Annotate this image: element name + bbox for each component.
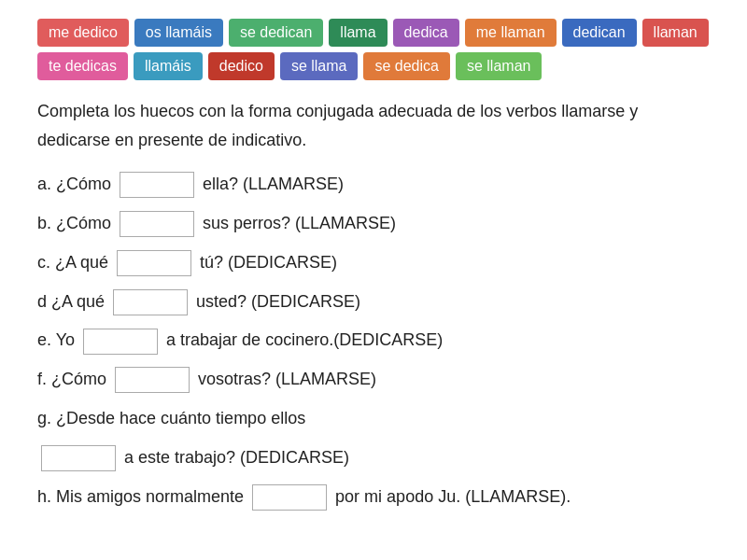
word-chip-w7[interactable]: dedican xyxy=(562,19,637,47)
sentence-after-g2: a este trabajo? (DEDICARSE) xyxy=(120,448,349,467)
sentence-before-f: f. ¿Cómo xyxy=(37,370,111,388)
word-chip-w10[interactable]: llamáis xyxy=(134,52,203,80)
word-chip-w14[interactable]: se llaman xyxy=(456,52,542,80)
word-chip-w6[interactable]: me llaman xyxy=(465,19,557,47)
sentence-before-e: e. Yo xyxy=(37,330,79,349)
word-chip-w13[interactable]: se dedica xyxy=(363,52,450,80)
sentence-after-d: usted? (DEDICARSE) xyxy=(191,292,360,311)
word-chip-w8[interactable]: llaman xyxy=(642,19,709,47)
sentence-after-h: por mi apodo Ju. (LLAMARSE). xyxy=(331,487,571,506)
blank-d[interactable] xyxy=(113,289,188,315)
word-chip-w4[interactable]: llama xyxy=(329,19,387,47)
sentence-g1: g. ¿Desde hace cuánto tiempo ellos xyxy=(37,401,710,437)
instructions: Completa los huecos con la forma conjuga… xyxy=(37,97,710,154)
sentence-g2: a este trabajo? (DEDICARSE) xyxy=(37,441,710,476)
sentence-after-b: sus perros? (LLAMARSE) xyxy=(198,214,396,232)
blank-f[interactable] xyxy=(115,367,190,393)
word-chip-w9[interactable]: te dedicas xyxy=(37,52,128,80)
sentence-d: d ¿A qué usted? (DEDICARSE) xyxy=(37,285,710,320)
sentence-before-g1: g. ¿Desde hace cuánto tiempo ellos xyxy=(37,409,305,427)
word-chip-w12[interactable]: se llama xyxy=(280,52,359,80)
exercise: a. ¿Cómo ella? (LLAMARSE)b. ¿Cómo sus pe… xyxy=(37,167,710,514)
sentence-b: b. ¿Cómo sus perros? (LLAMARSE) xyxy=(37,206,710,242)
sentence-a: a. ¿Cómo ella? (LLAMARSE) xyxy=(37,167,710,203)
sentence-after-c: tú? (DEDICARSE) xyxy=(195,253,337,272)
sentence-before-d: d ¿A qué xyxy=(37,292,109,311)
sentence-f: f. ¿Cómo vosotras? (LLAMARSE) xyxy=(37,362,710,398)
blank-g2[interactable] xyxy=(41,445,116,471)
sentence-before-b: b. ¿Cómo xyxy=(37,214,116,232)
sentence-before-a: a. ¿Cómo xyxy=(37,175,116,193)
word-chip-w5[interactable]: dedica xyxy=(393,19,459,47)
sentence-e: e. Yo a trabajar de cocinero.(DEDICARSE) xyxy=(37,323,710,358)
blank-b[interactable] xyxy=(120,211,194,237)
word-bank: me dedicoos llamáisse dedicanllamadedica… xyxy=(37,19,710,80)
word-chip-w11[interactable]: dedico xyxy=(208,52,275,80)
sentence-after-a: ella? (LLAMARSE) xyxy=(198,175,344,193)
sentence-h: h. Mis amigos normalmente por mi apodo J… xyxy=(37,480,710,515)
blank-h[interactable] xyxy=(252,484,327,511)
blank-c[interactable] xyxy=(117,250,191,276)
word-chip-w2[interactable]: os llamáis xyxy=(134,19,223,47)
blank-e[interactable] xyxy=(83,329,158,355)
sentence-before-h: h. Mis amigos normalmente xyxy=(37,487,248,506)
word-chip-w3[interactable]: se dedican xyxy=(229,19,323,47)
word-chip-w1[interactable]: me dedico xyxy=(37,19,129,47)
sentence-c: c. ¿A qué tú? (DEDICARSE) xyxy=(37,245,710,281)
sentence-after-f: vosotras? (LLAMARSE) xyxy=(193,370,376,388)
blank-a[interactable] xyxy=(120,172,194,198)
sentence-after-e: a trabajar de cocinero.(DEDICARSE) xyxy=(162,330,443,349)
sentence-before-c: c. ¿A qué xyxy=(37,253,113,272)
